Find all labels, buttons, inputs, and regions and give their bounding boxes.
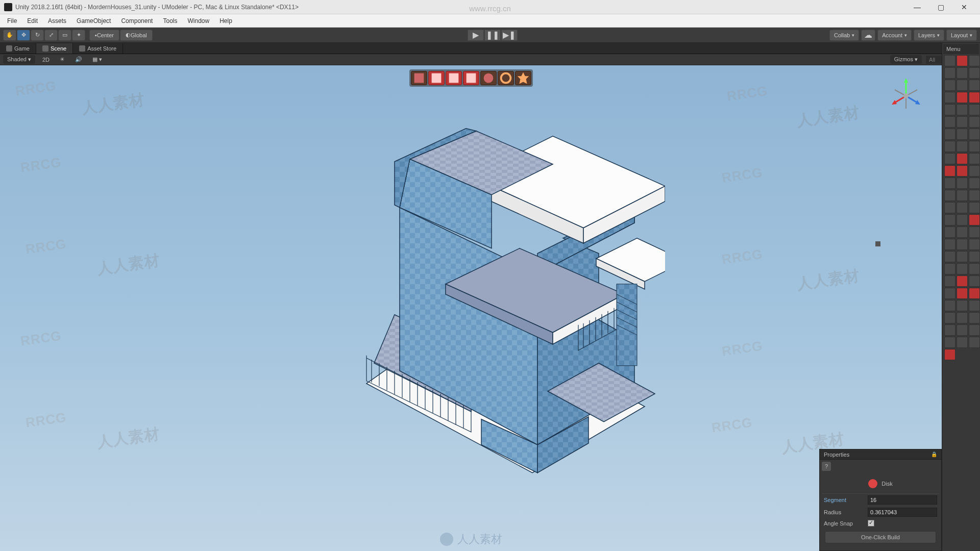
scene-viewport[interactable]: RRCG 人人素材 RRCG RRCG 人人素材 RRCG RRCG 人人素材 …	[0, 65, 942, 551]
tool-cell[interactable]	[944, 141, 955, 152]
tool-cell[interactable]	[944, 190, 955, 201]
tool-cell[interactable]	[969, 67, 980, 79]
tool-cell[interactable]	[969, 337, 980, 348]
transform-tool[interactable]: ✦	[72, 30, 85, 41]
tool-cell[interactable]	[944, 92, 955, 103]
3d-model-house[interactable]	[277, 106, 665, 495]
layers-dropdown[interactable]: Layers	[914, 30, 944, 41]
tool-cell[interactable]	[944, 263, 955, 274]
shading-mode-dropdown[interactable]: Shaded	[3, 55, 35, 64]
one-click-build-button[interactable]: One-Click Build	[825, 531, 936, 543]
tool-cell[interactable]	[957, 165, 968, 177]
angle-snap-checkbox[interactable]	[868, 520, 874, 527]
tool-cell[interactable]	[969, 92, 980, 103]
step-button[interactable]: ▶❚	[501, 30, 518, 41]
tool-cell[interactable]	[957, 312, 968, 323]
tool-cell[interactable]	[969, 324, 980, 336]
tool-cell[interactable]	[969, 141, 980, 152]
um-tool-4[interactable]	[463, 71, 479, 85]
um-tool-7[interactable]	[515, 71, 531, 85]
tool-cell[interactable]	[957, 300, 968, 311]
gizmos-dropdown[interactable]: Gizmos ▾	[890, 55, 922, 64]
tool-cell[interactable]	[957, 239, 968, 250]
tool-cell[interactable]	[969, 80, 980, 91]
tool-cell[interactable]	[944, 300, 955, 311]
tool-cell[interactable]	[969, 116, 980, 128]
tool-cell[interactable]	[957, 214, 968, 226]
tool-cell[interactable]	[957, 263, 968, 274]
tool-cell[interactable]	[969, 104, 980, 115]
tool-cell[interactable]	[944, 227, 955, 238]
um-tool-2[interactable]	[428, 71, 445, 85]
segment-input[interactable]: 16	[868, 495, 937, 505]
menu-assets[interactable]: Assets	[43, 15, 71, 27]
tool-cell[interactable]	[944, 251, 955, 262]
tool-cell[interactable]	[957, 324, 968, 336]
um-tool-1[interactable]	[411, 71, 427, 85]
rect-tool[interactable]: ▭	[58, 30, 71, 41]
tool-cell[interactable]	[944, 349, 955, 360]
maximize-button[interactable]: ▢	[929, 0, 952, 14]
tool-cell[interactable]	[969, 178, 980, 189]
tool-cell[interactable]	[957, 116, 968, 128]
tool-cell[interactable]	[944, 80, 955, 91]
tool-cell[interactable]	[969, 153, 980, 164]
um-tool-5[interactable]	[480, 71, 497, 85]
orientation-gizmo[interactable]	[886, 76, 926, 116]
minimize-button[interactable]: —	[905, 0, 929, 14]
rotate-tool[interactable]: ↻	[31, 30, 44, 41]
move-tool[interactable]: ✥	[17, 30, 30, 41]
play-button[interactable]: ▶	[468, 30, 484, 41]
tool-cell[interactable]	[944, 337, 955, 348]
layout-dropdown[interactable]: Layout	[946, 30, 977, 41]
account-dropdown[interactable]: Account	[877, 30, 912, 41]
tool-cell[interactable]	[944, 55, 955, 66]
tool-cell[interactable]	[957, 190, 968, 201]
tool-cell[interactable]	[944, 324, 955, 336]
tool-cell[interactable]	[957, 153, 968, 164]
tool-cell[interactable]	[969, 239, 980, 250]
help-button[interactable]: ?	[822, 462, 831, 471]
tool-cell[interactable]	[957, 251, 968, 262]
local-global-toggle[interactable]: ◐ Global	[120, 30, 153, 41]
tool-cell[interactable]	[957, 337, 968, 348]
tool-cell[interactable]	[944, 153, 955, 164]
scale-tool[interactable]: ⤢	[44, 30, 58, 41]
pause-button[interactable]: ❚❚	[484, 30, 501, 41]
menu-edit[interactable]: Edit	[22, 15, 43, 27]
tool-cell[interactable]	[944, 104, 955, 115]
tool-cell[interactable]	[969, 165, 980, 177]
tool-cell[interactable]	[944, 312, 955, 323]
panel-lock-icon[interactable]: 🔒	[931, 452, 937, 457]
hand-tool[interactable]: ✋	[3, 30, 16, 41]
tool-cell[interactable]	[944, 276, 955, 287]
tool-cell[interactable]	[957, 202, 968, 213]
close-button[interactable]: ✕	[952, 0, 976, 14]
tool-cell[interactable]	[957, 178, 968, 189]
cloud-button[interactable]: ☁	[861, 30, 875, 41]
tool-cell[interactable]	[969, 227, 980, 238]
tool-cell[interactable]	[969, 202, 980, 213]
tool-cell[interactable]	[957, 67, 968, 79]
2d-toggle[interactable]: 2D	[39, 56, 53, 64]
tool-cell[interactable]	[969, 190, 980, 201]
tool-cell[interactable]	[969, 129, 980, 140]
tool-cell[interactable]	[944, 202, 955, 213]
menu-window[interactable]: Window	[182, 15, 214, 27]
tool-cell[interactable]	[944, 129, 955, 140]
tool-cell[interactable]	[944, 116, 955, 128]
tool-cell[interactable]	[969, 55, 980, 66]
tab-game[interactable]: Game	[0, 43, 36, 54]
menu-gameobject[interactable]: GameObject	[71, 15, 116, 27]
tool-cell[interactable]	[969, 276, 980, 287]
menu-tools[interactable]: Tools	[158, 15, 182, 27]
tool-cell[interactable]	[957, 55, 968, 66]
tool-cell[interactable]	[957, 227, 968, 238]
tool-cell[interactable]	[969, 288, 980, 299]
tool-cell[interactable]	[969, 263, 980, 274]
lighting-toggle[interactable]: ☀	[57, 55, 68, 64]
tool-cell[interactable]	[944, 239, 955, 250]
tool-cell[interactable]	[944, 288, 955, 299]
tool-cell[interactable]	[944, 165, 955, 177]
tab-scene[interactable]: Scene	[36, 43, 73, 54]
